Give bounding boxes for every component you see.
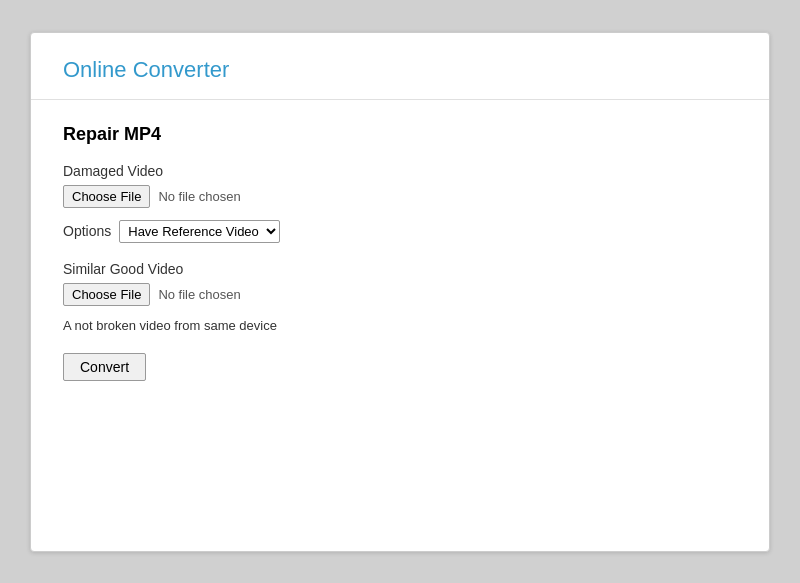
options-row: Options Have Reference Video No Referenc…	[63, 220, 737, 243]
damaged-video-section: Damaged Video Choose File No file chosen	[63, 163, 737, 208]
similar-good-video-section: Similar Good Video Choose File No file c…	[63, 261, 737, 333]
content-area: Repair MP4 Damaged Video Choose File No …	[31, 100, 769, 413]
header: Online Converter	[31, 33, 769, 100]
page-title: Repair MP4	[63, 124, 737, 145]
damaged-video-label: Damaged Video	[63, 163, 737, 179]
similar-good-video-hint: A not broken video from same device	[63, 318, 737, 333]
damaged-video-choose-file-button[interactable]: Choose File	[63, 185, 150, 208]
similar-good-video-file-row: Choose File No file chosen	[63, 283, 737, 306]
similar-good-video-no-file-text: No file chosen	[158, 287, 240, 302]
main-window: Online Converter Repair MP4 Damaged Vide…	[30, 32, 770, 552]
convert-button[interactable]: Convert	[63, 353, 146, 381]
options-select[interactable]: Have Reference Video No Reference Video	[119, 220, 280, 243]
damaged-video-file-row: Choose File No file chosen	[63, 185, 737, 208]
similar-good-video-choose-file-button[interactable]: Choose File	[63, 283, 150, 306]
similar-good-video-label: Similar Good Video	[63, 261, 737, 277]
damaged-video-no-file-text: No file chosen	[158, 189, 240, 204]
options-label: Options	[63, 223, 111, 239]
app-title: Online Converter	[63, 57, 737, 83]
